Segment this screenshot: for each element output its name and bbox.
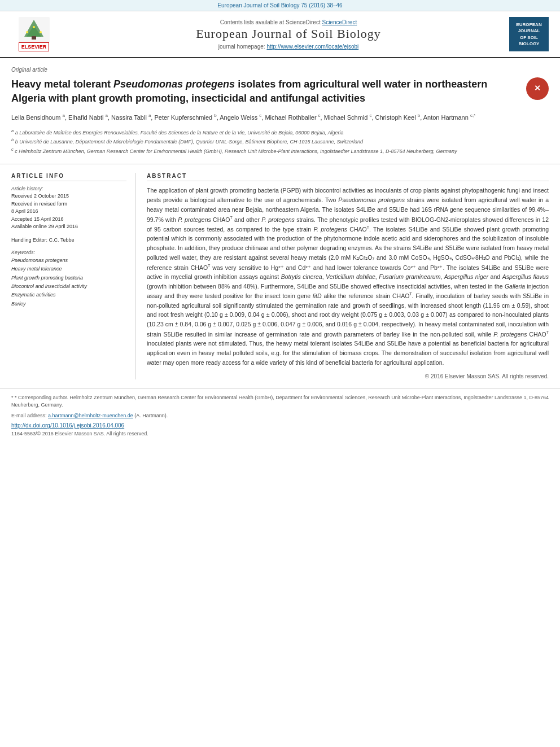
received-date: Received 2 October 2015 [11,193,126,200]
article-title-text: Heavy metal tolerant Pseudomonas protege… [11,77,526,106]
svg-point-4 [26,31,28,33]
keyword-2: Heavy metal tolerance [11,265,126,273]
elsevier-tree-icon [19,17,50,42]
affiliation-c: c c Helmholtz Zentrum München, German Re… [11,146,549,156]
affiliation-a: a a Laboratoire de Maîtrise des Energies… [11,128,549,137]
affiliation-b: b b Université de Lausanne, Département … [11,137,549,146]
elsevier-logo-area: ELSEVIER [11,17,56,51]
keyword-1: Pseudomonas protegens [11,256,126,265]
keyword-3: Plant growth promoting bacteria [11,274,126,282]
crossmark-badge[interactable]: ✕ [526,77,549,100]
journal-logo-right: EUROPEAN JOURNAL OF SOIL BIOLOGY [509,17,549,51]
handling-editor-block: Handling Editor: C.C. Tebbe [11,237,126,244]
accepted-date: Accepted 15 April 2016 [11,216,126,224]
corresponding-author-note: * * Corresponding author. Helmholtz Zent… [11,394,549,409]
crossmark-icon: ✕ [534,83,541,94]
author-email-link[interactable]: a.hartmann@helmholtz-muenchen.de [48,413,133,418]
keywords-list: Pseudomonas protegens Heavy metal tolera… [11,256,126,308]
email-name-suffix: (A. Hartmann). [134,413,168,418]
article-history-label: Article history: [11,186,126,191]
journal-logo-box: EUROPEAN JOURNAL OF SOIL BIOLOGY [509,17,549,51]
copyright-line: © 2016 Elsevier Masson SAS. All rights r… [147,373,549,379]
abstract-header: ABSTRACT [147,173,549,181]
article-section: Original article Heavy metal tolerant Ps… [0,58,560,164]
authors-line: Leila Bensidhoum a, Elhafid Nabti a, Nas… [11,112,549,123]
footer-section: * * Corresponding author. Helmholtz Zent… [0,388,560,443]
elsevier-label: ELSEVIER [19,42,50,51]
journal-citation-text: European Journal of Soil Biology 75 (201… [217,2,342,8]
email-label: E-mail address: [11,413,47,418]
journal-main-title: European Journal of Soil Biology [68,27,509,41]
keyword-4: Biocontrol and insecticidal activity [11,282,126,291]
journal-header: ELSEVIER Contents lists available at Sci… [0,11,560,58]
sciencedirect-link[interactable]: ScienceDirect [322,19,357,25]
article-title-block: Heavy metal tolerant Pseudomonas protege… [11,77,549,106]
keyword-5: Enzymatic activities [11,291,126,299]
journal-homepage-line: journal homepage: http://www.elsevier.co… [68,43,509,50]
email-line: E-mail address: a.hartmann@helmholtz-mue… [11,412,549,420]
abstract-text: The application of plant growth promotin… [147,186,549,368]
abstract-column: ABSTRACT The application of plant growth… [147,173,549,379]
doi-link[interactable]: http://dx.doi.org/10.1016/j.ejsobi.2016.… [11,422,549,429]
svg-point-5 [40,31,42,33]
journal-homepage-link[interactable]: http://www.elsevier.com/locate/ejsobi [266,43,358,50]
svg-rect-3 [32,36,36,40]
article-type-label: Original article [11,67,549,73]
handling-editor-text: Handling Editor: C.C. Tebbe [11,237,126,244]
available-online-date: Available online 29 April 2016 [11,223,126,231]
journal-title-area: Contents lists available at ScienceDirec… [68,19,509,50]
contents-available-text: Contents lists available at ScienceDirec… [68,19,509,25]
received-revised-date: Received in revised form8 April 2016 [11,200,126,216]
article-info-column: ARTICLE INFO Article history: Received 2… [11,173,135,379]
keywords-block: Keywords: Pseudomonas protegens Heavy me… [11,250,126,308]
journal-citation-bar: European Journal of Soil Biology 75 (201… [0,0,560,11]
main-content: ARTICLE INFO Article history: Received 2… [0,164,560,388]
issn-line: 1164-5563/© 2016 Elsevier Masson SAS. Al… [11,431,549,436]
affiliations-block: a a Laboratoire de Maîtrise des Energies… [11,128,549,156]
article-history-block: Article history: Received 2 October 2015… [11,186,126,231]
keywords-label: Keywords: [11,250,126,255]
article-info-header: ARTICLE INFO [11,173,126,181]
keyword-6: Barley [11,300,126,308]
svg-point-6 [33,26,35,28]
